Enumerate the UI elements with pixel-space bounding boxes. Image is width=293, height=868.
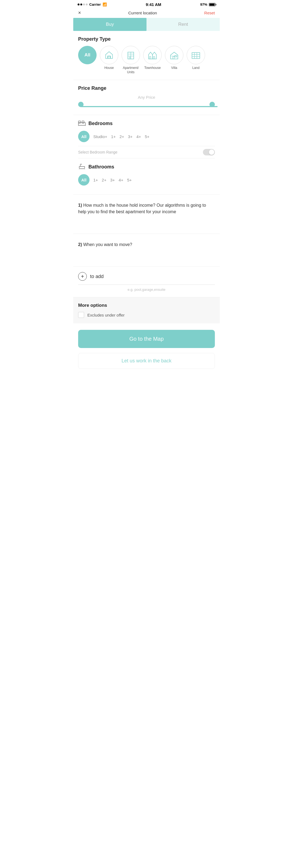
property-type-apartment-circle[interactable] — [121, 46, 140, 64]
bathrooms-options: All 1+ 2+ 3+ 4+ 5+ — [78, 174, 215, 186]
slider-thumb-right[interactable] — [209, 102, 215, 107]
question-2-text: When you want to move? — [83, 242, 133, 247]
top-nav: × Current location Reset — [73, 8, 220, 18]
bathroom-btn-all[interactable]: All — [78, 174, 90, 186]
property-type-land-circle[interactable] — [187, 46, 205, 64]
more-options-title: More options — [78, 303, 215, 308]
go-to-map-button[interactable]: Go to the Map — [78, 330, 215, 348]
villa-icon — [169, 50, 179, 60]
status-right: 97% — [200, 2, 215, 6]
dot-4 — [86, 3, 88, 5]
property-type-house-circle[interactable] — [100, 46, 118, 64]
svg-rect-8 — [173, 56, 174, 59]
question-1-section: 1) How much is the house hold income? Ou… — [73, 194, 220, 234]
svg-rect-11 — [192, 53, 200, 59]
battery-icon — [209, 3, 215, 6]
bathroom-btn-5[interactable]: 5+ — [127, 177, 131, 183]
toggle-knob — [209, 150, 214, 155]
property-type-land[interactable]: Land — [187, 46, 205, 70]
property-type-villa-circle[interactable] — [165, 46, 183, 64]
question-1-number: 1) — [78, 203, 82, 208]
bedroom-range-label: Select Bedroom Range — [78, 150, 117, 154]
tab-buy[interactable]: Buy — [73, 18, 146, 31]
plus-circle-button[interactable]: + — [78, 272, 87, 281]
question-2-spacer — [78, 248, 215, 259]
dot-3 — [83, 3, 85, 5]
property-type-apartment[interactable]: Apartment/Units — [121, 46, 140, 74]
land-label: Land — [192, 66, 200, 70]
dot-1 — [78, 3, 80, 5]
property-type-house[interactable]: House — [100, 46, 118, 70]
question-2-section: 2) When you want to move? — [73, 234, 220, 267]
location-label: Current location — [128, 10, 157, 15]
svg-rect-0 — [108, 56, 110, 59]
bedrooms-title: Bedrooms — [88, 121, 113, 126]
tab-bar: Buy Rent — [73, 18, 220, 31]
close-button[interactable]: × — [78, 10, 81, 16]
to-add-label: to add — [90, 274, 104, 279]
bedroom-btn-4[interactable]: 4+ — [137, 134, 141, 140]
house-label: House — [105, 66, 114, 70]
apartment-icon — [126, 50, 136, 60]
bedroom-btn-all[interactable]: All — [78, 131, 90, 142]
bathroom-btn-2[interactable]: 2+ — [102, 177, 106, 183]
property-type-townhouse[interactable]: Townhouse — [143, 46, 162, 70]
bedroom-range-toggle[interactable] — [203, 149, 215, 155]
bedrooms-section: Bedrooms All Studio+ 1+ 2+ 3+ 4+ 5+ Sele… — [73, 115, 220, 158]
bathrooms-title: Bathrooms — [88, 164, 114, 170]
property-type-all[interactable]: All — [78, 46, 96, 64]
property-type-list: All House — [78, 46, 215, 74]
bath-icon — [78, 163, 86, 170]
bedroom-btn-2[interactable]: 2+ — [119, 134, 124, 140]
property-type-villa[interactable]: Villa — [165, 46, 183, 70]
slider-thumb-left[interactable] — [78, 102, 84, 107]
bathrooms-header: Bathrooms — [78, 163, 215, 170]
property-type-all-circle[interactable]: All — [78, 46, 96, 64]
slider-track — [81, 106, 217, 107]
property-type-townhouse-circle[interactable] — [143, 46, 162, 64]
svg-rect-6 — [149, 56, 151, 59]
land-icon — [191, 50, 201, 60]
property-type-section: Property Type All House — [73, 31, 220, 80]
townhouse-icon — [148, 50, 157, 60]
price-range-title: Price Range — [78, 86, 215, 91]
all-label: All — [84, 52, 90, 58]
reset-button[interactable]: Reset — [204, 10, 215, 15]
exclude-under-offer-label: Excludes under offer — [87, 313, 124, 317]
bedroom-btn-5[interactable]: 5+ — [145, 134, 149, 140]
house-icon — [104, 50, 114, 60]
bathroom-btn-1[interactable]: 1+ — [93, 177, 98, 183]
bedrooms-options: All Studio+ 1+ 2+ 3+ 4+ 5+ — [78, 131, 215, 142]
to-add-header: + to add — [78, 272, 215, 281]
tab-rent[interactable]: Rent — [146, 18, 220, 31]
bedrooms-header: Bedrooms — [78, 120, 215, 127]
svg-rect-7 — [153, 56, 155, 59]
question-1-text: How much is the house hold income? Our a… — [78, 203, 206, 214]
battery-percent: 97% — [200, 2, 207, 6]
signal-dots — [78, 3, 88, 5]
to-add-section: + to add e.g. pool,garage,ensuite — [73, 267, 220, 297]
bedroom-btn-1[interactable]: 1+ — [111, 134, 116, 140]
wifi-icon: 📶 — [102, 2, 107, 6]
to-add-divider — [78, 284, 215, 285]
status-left: Carrier 📶 — [78, 2, 107, 6]
exclude-under-offer-row[interactable]: Excludes under offer — [78, 312, 215, 318]
bathrooms-section: Bathrooms All 1+ 2+ 3+ 4+ 5+ — [73, 158, 220, 194]
bathroom-btn-3[interactable]: 3+ — [110, 177, 115, 183]
question-1-spacer — [78, 215, 215, 226]
bathroom-btn-4[interactable]: 4+ — [119, 177, 123, 183]
price-slider[interactable] — [78, 104, 215, 109]
svg-rect-5 — [129, 57, 131, 59]
bedroom-btn-studio[interactable]: Studio+ — [93, 134, 107, 140]
buttons-section: Go to the Map Let us work in the back — [73, 323, 220, 373]
bedroom-range-row: Select Bedroom Range — [78, 146, 215, 158]
let-us-work-button[interactable]: Let us work in the back — [78, 353, 215, 369]
exclude-under-offer-checkbox[interactable] — [78, 312, 84, 318]
bedroom-btn-3[interactable]: 3+ — [128, 134, 133, 140]
carrier-label: Carrier — [89, 2, 101, 6]
property-type-title: Property Type — [78, 36, 215, 42]
apartment-label: Apartment/Units — [123, 66, 139, 74]
bed-icon — [78, 120, 86, 127]
to-add-placeholder: e.g. pool,garage,ensuite — [78, 287, 215, 291]
battery-fill — [209, 3, 214, 6]
